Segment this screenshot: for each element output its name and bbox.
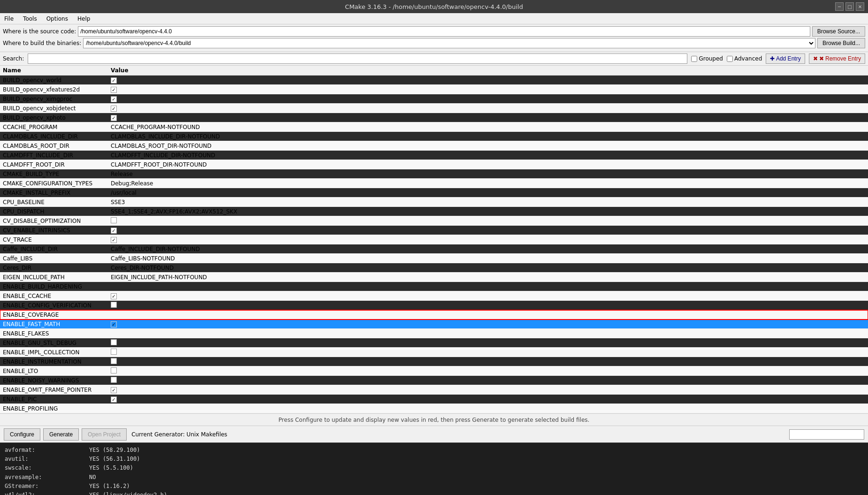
table-row[interactable]: ENABLE_GNU_STL_DEBUG <box>0 338 868 348</box>
table-row[interactable]: ENABLE_OMIT_FRAME_POINTER <box>0 385 868 395</box>
table-row[interactable]: ENABLE_INSTRUMENTATION <box>0 357 868 366</box>
checkbox-cell[interactable] <box>111 293 117 299</box>
cell-value[interactable] <box>108 338 868 348</box>
table-row[interactable]: BUILD_opencv_ximgproc <box>0 94 868 104</box>
col-name-header: Name <box>0 66 108 76</box>
cell-name: CMAKE_BUILD_TYPE <box>0 169 108 179</box>
search-input[interactable] <box>28 53 687 64</box>
cell-value[interactable] <box>108 376 868 385</box>
cell-value[interactable] <box>108 357 868 366</box>
advanced-checkbox[interactable] <box>727 56 733 62</box>
menu-tools[interactable]: Tools <box>21 15 39 23</box>
cell-value[interactable] <box>108 104 868 113</box>
remove-entry-button[interactable]: ✖ ✖ Remove Entry <box>809 53 865 64</box>
checkbox-cell[interactable] <box>111 377 117 383</box>
table-row[interactable]: ENABLE_NOISY_WARNINGS <box>0 376 868 385</box>
checkbox-cell[interactable] <box>111 387 117 393</box>
maximize-button[interactable]: □ <box>845 2 854 11</box>
table-row[interactable]: ENABLE_FAST_MATH <box>0 320 868 329</box>
cell-value[interactable] <box>108 320 868 329</box>
configure-button[interactable]: Configure <box>4 428 40 441</box>
checkbox-cell[interactable] <box>111 106 117 112</box>
grouped-checkbox[interactable] <box>691 56 697 62</box>
cell-value[interactable] <box>108 235 868 244</box>
table-row[interactable]: CLAMDFFT_INCLUDE_DIRCLAMDFFT_INCLUDE_DIR… <box>0 151 868 160</box>
cell-value[interactable] <box>108 113 868 122</box>
checkbox-cell[interactable] <box>111 302 117 308</box>
table-row[interactable]: BUILD_opencv_xfeatures2d <box>0 85 868 94</box>
checkbox-cell[interactable] <box>111 87 117 93</box>
table-row[interactable]: CMAKE_BUILD_TYPERelease <box>0 169 868 179</box>
grouped-check-label[interactable]: Grouped <box>691 55 723 62</box>
table-row[interactable]: BUILD_opencv_xphoto <box>0 113 868 122</box>
cell-value[interactable] <box>108 226 868 235</box>
cell-value[interactable] <box>108 291 868 301</box>
table-row[interactable]: ENABLE_FLAKES <box>0 329 868 338</box>
checkbox-cell[interactable] <box>111 339 117 345</box>
cell-value[interactable] <box>108 216 868 226</box>
table-row[interactable]: CCACHE_PROGRAMCCACHE_PROGRAM-NOTFOUND <box>0 122 868 132</box>
checkbox-cell[interactable] <box>111 237 117 243</box>
table-row[interactable]: ENABLE_CONFIG_VERIFICATION <box>0 301 868 310</box>
table-row[interactable]: CLAMDFFT_ROOT_DIRCLAMDFFT_ROOT_DIR-NOTFO… <box>0 160 868 169</box>
cell-value[interactable] <box>108 348 868 357</box>
table-scroll[interactable]: Name Value BUILD_opencv_worldBUILD_openc… <box>0 66 868 413</box>
generate-button[interactable]: Generate <box>43 428 79 441</box>
cell-value[interactable] <box>108 395 868 404</box>
menu-options[interactable]: Options <box>44 15 70 23</box>
table-row[interactable]: ENABLE_CCACHE <box>0 291 868 301</box>
checkbox-cell[interactable] <box>111 77 117 84</box>
cell-value: Caffe_INCLUDE_DIR-NOTFOUND <box>108 244 868 254</box>
table-row[interactable]: ENABLE_PIC <box>0 395 868 404</box>
table-row[interactable]: EIGEN_INCLUDE_PATHEIGEN_INCLUDE_PATH-NOT… <box>0 273 868 282</box>
table-row[interactable]: Caffe_LIBSCaffe_LIBS-NOTFOUND <box>0 254 868 263</box>
checkbox-cell[interactable] <box>111 217 117 223</box>
bottom-search-input[interactable] <box>789 429 864 440</box>
checkbox-cell[interactable] <box>111 396 117 403</box>
table-row[interactable]: ENABLE_BUILD_HARDENING <box>0 282 868 291</box>
checkbox-cell[interactable] <box>111 96 117 102</box>
table-row[interactable]: ENABLE_COVERAGE <box>0 310 868 320</box>
table-row[interactable]: CMAKE_INSTALL_PREFIX/usr/local <box>0 188 868 198</box>
open-project-button[interactable]: Open Project <box>82 428 127 441</box>
checkbox-cell[interactable] <box>111 367 117 373</box>
add-entry-button[interactable]: ✚ Add Entry <box>766 53 805 64</box>
table-row[interactable]: Ceres_DIRCeres_DIR-NOTFOUND <box>0 263 868 273</box>
table-row[interactable]: CMAKE_CONFIGURATION_TYPESDebug;Release <box>0 179 868 188</box>
close-button[interactable]: ✕ <box>856 2 864 11</box>
checkbox-cell[interactable] <box>111 115 117 121</box>
table-row[interactable]: ENABLE_IMPL_COLLECTION <box>0 348 868 357</box>
table-row[interactable]: Caffe_INCLUDE_DIRCaffe_INCLUDE_DIR-NOTFO… <box>0 244 868 254</box>
window-controls[interactable]: ─ □ ✕ <box>835 2 864 11</box>
cell-value[interactable] <box>108 366 868 376</box>
table-row[interactable]: CV_TRACE <box>0 235 868 244</box>
table-row[interactable]: CPU_BASELINESSE3 <box>0 198 868 207</box>
advanced-check-label[interactable]: Advanced <box>727 55 762 62</box>
cell-value[interactable] <box>108 94 868 104</box>
table-row[interactable]: ENABLE_LTO <box>0 366 868 376</box>
table-row[interactable]: BUILD_opencv_world <box>0 76 868 85</box>
cell-value[interactable] <box>108 385 868 395</box>
minimize-button[interactable]: ─ <box>835 2 844 11</box>
table-row[interactable]: ENABLE_PROFILING <box>0 404 868 413</box>
cell-value[interactable] <box>108 301 868 310</box>
checkbox-cell[interactable] <box>111 358 117 364</box>
menu-help[interactable]: Help <box>75 15 92 23</box>
table-row[interactable]: CV_ENABLE_INTRINSICS <box>0 226 868 235</box>
cell-value[interactable] <box>108 85 868 94</box>
build-input[interactable]: /home/ubuntu/software/opencv-4.4.0/build <box>83 38 815 48</box>
table-row[interactable]: BUILD_opencv_xobjdetect <box>0 104 868 113</box>
browse-build-button[interactable]: Browse Build... <box>817 38 865 48</box>
cell-value[interactable] <box>108 76 868 85</box>
checkbox-cell[interactable] <box>111 228 117 234</box>
table-row[interactable]: CLAMDBLAS_ROOT_DIRCLAMDBLAS_ROOT_DIR-NOT… <box>0 141 868 151</box>
table-row[interactable]: CV_DISABLE_OPTIMIZATION <box>0 216 868 226</box>
source-input[interactable] <box>78 26 810 37</box>
menu-file[interactable]: File <box>2 15 16 23</box>
checkbox-cell[interactable] <box>111 349 117 355</box>
cell-name: BUILD_opencv_world <box>0 76 108 85</box>
checkbox-cell[interactable] <box>111 321 117 327</box>
table-row[interactable]: CPU_DISPATCHSSE4_1;SSE4_2;AVX;FP16;AVX2;… <box>0 207 868 216</box>
table-row[interactable]: CLAMDBLAS_INCLUDE_DIRCLAMDBLAS_INCLUDE_D… <box>0 132 868 141</box>
browse-source-button[interactable]: Browse Source... <box>812 26 865 37</box>
